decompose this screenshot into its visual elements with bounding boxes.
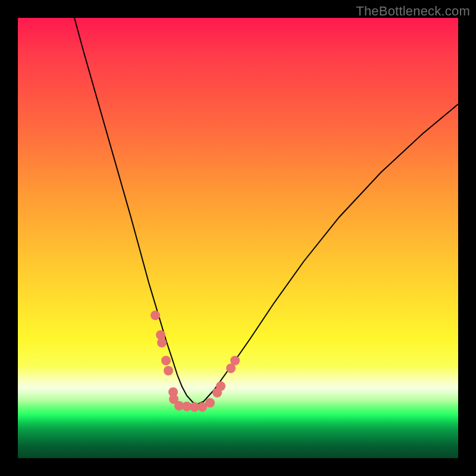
marker-dot (168, 387, 178, 397)
marker-dot (151, 311, 160, 320)
marker-dot (161, 356, 171, 365)
marker-dot (169, 394, 178, 404)
plot-area (18, 18, 458, 458)
marker-dots (151, 311, 240, 412)
marker-dot (226, 364, 236, 373)
bottleneck-curve (74, 18, 458, 405)
chart-frame: TheBottleneck.com (0, 0, 476, 476)
marker-dot (164, 366, 173, 375)
curve-layer (18, 18, 458, 458)
marker-dot (216, 381, 226, 391)
watermark-text: TheBottleneck.com (356, 4, 470, 19)
marker-dot (212, 388, 222, 397)
marker-dot (205, 398, 215, 408)
marker-dot (157, 338, 167, 347)
marker-dot (174, 401, 184, 411)
marker-dot (190, 402, 199, 412)
marker-dot (182, 402, 192, 411)
marker-dot (198, 402, 207, 412)
marker-dot (230, 356, 240, 365)
marker-dot (156, 330, 165, 340)
